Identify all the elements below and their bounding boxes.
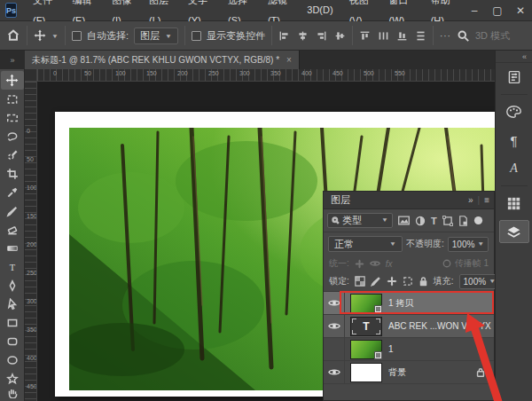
ruler-horizontal: 050100150200250300350400450500550 <box>37 69 495 82</box>
layer-name[interactable]: 背景 <box>388 366 476 379</box>
lock-artboard-icon[interactable] <box>403 276 413 287</box>
lock-all-icon[interactable] <box>419 276 428 287</box>
layer-row-background[interactable]: 背景 <box>324 361 494 384</box>
tool-eraser[interactable] <box>1 220 24 239</box>
layers-panel-header: 图层 » | ≡ <box>324 192 494 209</box>
layers-panel-icon[interactable] <box>499 220 529 243</box>
minimize-button[interactable]: – <box>463 0 486 20</box>
tool-rounded-rectangle[interactable] <box>1 332 24 350</box>
filter-pixel-icon[interactable] <box>398 216 410 225</box>
paragraph-panel-icon[interactable]: ¶ <box>499 129 529 152</box>
document-tab[interactable]: 未标题-1 @ 81.7% (ABC REK KHLU GWON VCTYX, … <box>25 51 300 69</box>
tool-artboard[interactable] <box>1 90 24 108</box>
photoshop-logo-icon: Ps <box>5 3 17 18</box>
unify-row: 统一: fx 传播帧 1 <box>324 256 494 271</box>
align-vertical-top-icon[interactable] <box>359 30 371 42</box>
panel-collapse-icon[interactable]: » <box>468 195 473 205</box>
svg-text:T: T <box>9 262 15 271</box>
align-center-horizontal-icon[interactable] <box>297 30 309 42</box>
layer-thumbnail[interactable] <box>350 340 382 359</box>
maximize-button[interactable]: ▢ <box>486 0 509 20</box>
filter-smart-object-icon[interactable] <box>458 216 468 226</box>
blend-mode-dropdown[interactable]: 正常▼ <box>328 236 403 252</box>
background-thumbnail[interactable] <box>350 363 382 382</box>
tool-panel: T <box>0 69 25 401</box>
more-options-icon[interactable]: ··· <box>440 31 451 41</box>
visibility-eye-icon[interactable] <box>324 361 345 383</box>
visibility-eye-empty[interactable] <box>324 338 345 360</box>
title-bar: Ps 文件(F) 编辑(E) 图像(I) 图层(L) 文字(Y) 选择(S) 滤… <box>0 0 532 21</box>
visibility-eye-icon[interactable] <box>324 315 345 337</box>
align-left-icon[interactable] <box>278 30 290 42</box>
unify-visibility-icon[interactable] <box>370 259 380 268</box>
layer-row-text[interactable]: T ABC REK ...WON VCTYX <box>324 315 494 338</box>
show-transform-checkbox[interactable] <box>192 31 201 41</box>
tool-lasso[interactable] <box>1 127 24 145</box>
tab-close-icon[interactable]: × <box>286 55 292 65</box>
tool-type[interactable]: T <box>1 257 24 276</box>
align-vertical-bottom-icon[interactable] <box>396 30 408 42</box>
auto-select-checkbox[interactable] <box>72 31 82 41</box>
tool-hand[interactable] <box>1 388 24 398</box>
align-top-icon[interactable] <box>334 30 346 42</box>
layer-name[interactable]: ABC REK ...WON VCTYX <box>388 321 494 331</box>
unify-label: 统一: <box>329 257 349 270</box>
layers-panel-title[interactable]: 图层 <box>324 193 357 207</box>
layer-name[interactable]: 1 拷贝 <box>388 297 494 310</box>
tool-rect-marquee[interactable] <box>1 108 24 127</box>
tool-eyedropper[interactable] <box>1 183 24 201</box>
tool-gradient[interactable] <box>1 239 24 257</box>
layer-row-copy[interactable]: 1 拷贝 <box>324 292 494 315</box>
lock-label: 锁定: <box>329 275 349 287</box>
visibility-eye-icon[interactable] <box>324 292 345 314</box>
fill-label: 填充: <box>434 275 454 287</box>
brush-settings-icon[interactable] <box>499 66 529 89</box>
color-panel-icon[interactable] <box>499 100 529 123</box>
show-transform-label: 显示变换控件 <box>207 29 265 43</box>
filter-type-dropdown[interactable]: 类型▼ <box>327 213 393 228</box>
tool-brush[interactable] <box>1 201 24 220</box>
layer-thumbnail[interactable] <box>350 294 382 313</box>
distribute-vertical-icon[interactable] <box>415 30 426 42</box>
filter-adjustment-icon[interactable] <box>415 216 426 226</box>
opacity-dropdown[interactable]: 100%▼ <box>448 237 489 252</box>
tool-path-select[interactable] <box>1 295 24 313</box>
home-icon[interactable] <box>6 28 20 43</box>
dock-expand-icon[interactable]: « <box>496 51 532 63</box>
lock-transparent-icon[interactable] <box>355 276 365 287</box>
text-layer-thumbnail[interactable]: T <box>350 317 382 336</box>
toolbar-collapse-icon[interactable]: » <box>0 51 25 69</box>
auto-select-dropdown[interactable]: 图层▼ <box>134 28 178 44</box>
unify-style-icon[interactable]: fx <box>386 259 393 269</box>
filter-toggle-icon[interactable] <box>473 216 483 225</box>
tool-ellipse[interactable] <box>1 350 24 369</box>
lock-pixels-icon[interactable] <box>371 276 381 287</box>
distribute-horizontal-icon[interactable] <box>378 30 389 42</box>
chevron-down-icon[interactable]: ▼ <box>51 32 59 38</box>
filter-type-icon[interactable]: T <box>431 216 437 226</box>
panel-menu-icon[interactable]: ≡ <box>484 195 489 205</box>
lock-row: 锁定: 填充: 100%▼ <box>324 271 494 292</box>
layers-panel: 图层 » | ≡ 类型▼ T 正常▼ <box>323 191 495 401</box>
tool-pen[interactable] <box>1 276 24 295</box>
swatches-panel-icon[interactable] <box>499 192 529 215</box>
ruler-origin[interactable] <box>25 69 37 82</box>
move-tool-icon[interactable] <box>34 29 46 42</box>
unify-position-icon[interactable] <box>355 259 364 269</box>
panel-dock-strip: « ¶ A <box>495 51 532 401</box>
tool-quick-select[interactable] <box>1 145 24 164</box>
layer-name[interactable]: 1 <box>388 344 494 354</box>
tool-crop[interactable] <box>1 164 24 183</box>
align-right-icon[interactable] <box>316 30 327 42</box>
menu-3d[interactable]: 3D(D) <box>299 0 340 20</box>
glyphs-panel-icon[interactable]: A <box>499 157 529 180</box>
lock-position-icon[interactable] <box>387 276 397 287</box>
tool-rectangle[interactable] <box>1 313 24 332</box>
tool-move[interactable] <box>1 71 24 90</box>
close-button[interactable]: ✕ <box>509 0 532 20</box>
layer-filter-row: 类型▼ T <box>324 209 494 232</box>
tool-custom-shape[interactable] <box>1 369 24 388</box>
layer-row-original[interactable]: 1 <box>324 338 494 361</box>
filter-shape-icon[interactable] <box>442 216 453 226</box>
search-icon[interactable] <box>457 29 470 43</box>
